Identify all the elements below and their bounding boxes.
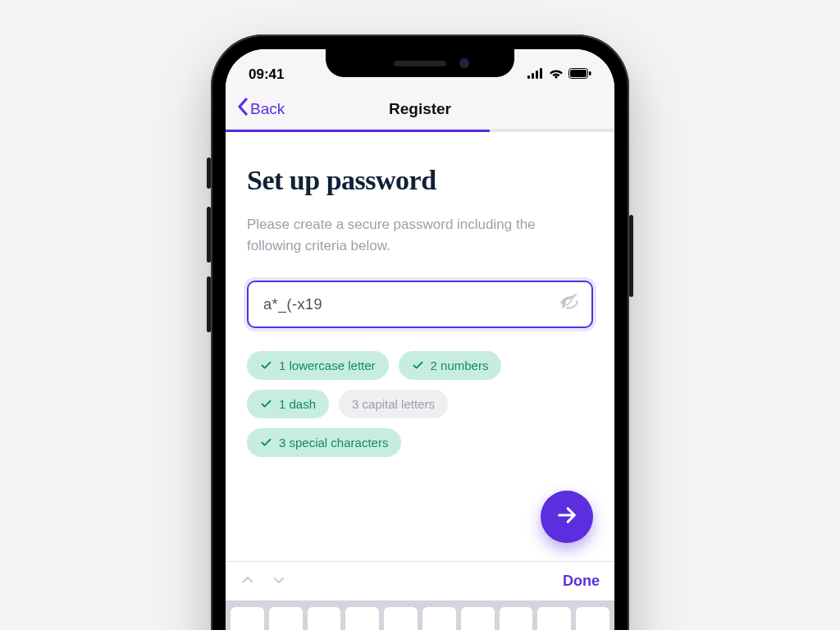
arrow-right-icon [555, 504, 578, 530]
criteria-chip: 1 lowercase letter [247, 351, 389, 380]
password-input[interactable] [247, 281, 593, 328]
mute-switch [207, 158, 211, 189]
keyboard-key[interactable] [384, 607, 418, 630]
keyboard-key[interactable] [269, 607, 303, 630]
criteria-label: 1 lowercase letter [279, 358, 376, 372]
progress-fill [226, 130, 490, 132]
eye-off-icon [559, 302, 580, 316]
back-button[interactable]: Back [237, 98, 285, 120]
power-button [629, 215, 633, 297]
criteria-label: 2 numbers [431, 358, 489, 372]
keyboard-key[interactable] [308, 607, 341, 630]
svg-rect-5 [570, 70, 587, 77]
wifi-icon [549, 66, 564, 83]
criteria-chip: 1 dash [247, 390, 329, 418]
content: Set up password Please create a secure p… [226, 132, 614, 457]
progress-track [226, 130, 614, 132]
criteria-list: 1 lowercase letter2 numbers1 dash3 capit… [247, 351, 593, 457]
svg-rect-1 [532, 73, 534, 79]
criteria-label: 1 dash [279, 397, 316, 411]
check-icon [260, 398, 272, 410]
check-icon [260, 436, 272, 449]
screen: 09:41 Back Register [226, 49, 614, 630]
back-label: Back [250, 100, 285, 118]
keyboard-done-button[interactable]: Done [563, 573, 600, 590]
battery-icon [568, 66, 591, 83]
keyboard-key[interactable] [537, 607, 571, 630]
phone-frame: 09:41 Back Register [211, 34, 629, 630]
svg-rect-6 [589, 71, 591, 75]
keyboard[interactable] [226, 600, 614, 630]
criteria-chip: 3 special characters [247, 428, 401, 457]
check-icon [412, 359, 424, 372]
criteria-label: 3 capital letters [352, 397, 435, 411]
keyboard-key[interactable] [576, 607, 609, 630]
criteria-label: 3 special characters [279, 436, 388, 450]
keyboard-key[interactable] [422, 607, 456, 630]
cellular-signal-icon [527, 66, 544, 83]
keyboard-key[interactable] [500, 607, 533, 630]
keyboard-accessory-bar: Done [226, 561, 614, 600]
criteria-chip: 2 numbers [399, 351, 502, 380]
check-icon [260, 359, 272, 372]
speaker-grille [394, 61, 446, 66]
svg-rect-2 [536, 71, 538, 79]
front-camera [459, 58, 469, 68]
password-field-wrap [247, 281, 593, 328]
criteria-chip: 3 capital letters [339, 390, 448, 418]
chevron-left-icon [237, 98, 249, 120]
nav-bar: Back Register [226, 89, 614, 130]
notch [326, 49, 514, 77]
page-heading: Set up password [247, 165, 593, 196]
keyboard-key[interactable] [461, 607, 495, 630]
keyboard-next-button[interactable] [272, 573, 286, 591]
volume-up-button [207, 207, 211, 262]
toggle-password-visibility-button[interactable] [559, 292, 580, 317]
nav-title: Register [389, 100, 451, 118]
keyboard-prev-button[interactable] [240, 573, 255, 591]
continue-button[interactable] [541, 491, 593, 543]
keyboard-key[interactable] [231, 607, 264, 630]
status-time: 09:41 [249, 66, 284, 83]
svg-rect-3 [540, 68, 542, 79]
page-subtext: Please create a secure password includin… [247, 214, 593, 256]
keyboard-key[interactable] [345, 607, 379, 630]
svg-rect-0 [527, 75, 530, 79]
volume-down-button [207, 276, 211, 332]
